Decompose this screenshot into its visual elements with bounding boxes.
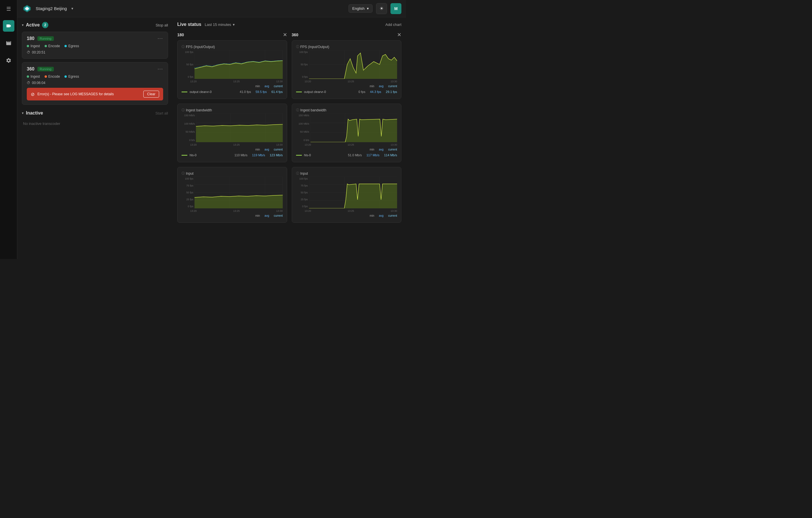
fps-x-1330-180: 13:30: [276, 80, 283, 83]
bw-y-150-360: 150 Mb/s: [296, 114, 309, 117]
fps-y-50-360: 50 fps: [296, 63, 308, 66]
input-chart-title-360: Input: [300, 172, 308, 176]
bw-avg-val-180: 119 Mb/s: [252, 153, 265, 157]
user-avatar[interactable]: M: [390, 3, 401, 14]
input-y-100-360: 100 fps: [296, 177, 308, 180]
right-panel: Live status Last 15 minutes ▾ Add chart …: [173, 17, 406, 259]
bw-min-label-180: min: [255, 148, 260, 151]
input-y-25-180: 25 fps: [181, 198, 193, 201]
bw-x-1330-180: 13:30: [276, 143, 283, 146]
fps-avg-val-360: 44.3 fps: [370, 90, 381, 93]
fps-min-val-360: 0 fps: [358, 90, 366, 93]
inactive-chevron-icon[interactable]: ▾: [22, 111, 24, 115]
indicators-360: Ingest Encode Egress: [27, 75, 163, 79]
encode-dot-360: [45, 76, 47, 78]
input-avg-label-360: avg: [379, 214, 383, 217]
error-text-360: Error(s) - Please see LOG MESSAGES for d…: [37, 92, 140, 96]
bw-x-1320-180: 13:20: [190, 143, 197, 146]
inactive-section-title: Inactive: [26, 111, 43, 116]
fps-y-100-360: 100 fps: [296, 51, 308, 54]
fps-chart-title-360: FPS (Input/Output): [300, 45, 329, 49]
bw-y-0-360: 0 b/s: [296, 139, 309, 142]
egress-dot-180: [64, 45, 67, 47]
bw-x-1330-360: 13:30: [390, 143, 397, 146]
main-area: Staging2 Beijing ▾ English ▾ ☀ M ▾ Activ…: [17, 0, 406, 259]
add-chart-button[interactable]: Add chart: [385, 23, 401, 27]
ingest-dot-180: [27, 45, 29, 47]
card-header-360: 360 Running ···: [27, 66, 163, 71]
fps-legend-360: output clearvr-0 0 fps 44.3 fps 29.1 fps: [296, 89, 397, 95]
fps-x-1320-180: 13:20: [190, 80, 197, 83]
bw-info-icon-180: ⓘ: [181, 108, 185, 112]
egress-indicator-180: Egress: [64, 44, 79, 48]
bw-y-100-180: 100 Mb/s: [181, 122, 195, 125]
sidebar-item-film[interactable]: [3, 37, 14, 49]
bw-legend-180: hls-0 110 Mb/s 119 Mb/s 123 Mb/s: [181, 152, 283, 158]
sidebar-item-video[interactable]: [3, 20, 14, 32]
chart-col-close-180[interactable]: ✕: [283, 32, 287, 38]
ingest-indicator-360: Ingest: [27, 75, 40, 79]
active-section-title: Active: [26, 23, 40, 28]
active-chevron-icon[interactable]: ▾: [22, 23, 24, 27]
bw-chart-title-360: Ingest bandwidth: [300, 108, 326, 112]
input-y-0-180: 0 fps: [181, 205, 193, 208]
chart-column-360: 360 ✕ ⓘ FPS (Input/Output) 100 fps 50 fp: [292, 32, 402, 223]
workspace-name: Staging2 Beijing: [36, 6, 67, 11]
input-y-75-180: 75 fps: [181, 184, 193, 187]
input-x-1320-180: 13:20: [190, 209, 197, 212]
fps-x-1325-360: 13:25: [348, 80, 354, 83]
theme-toggle-button[interactable]: ☀: [376, 3, 387, 14]
bw-legend-label-180: hls-0: [190, 153, 232, 157]
fps-current-val-180: 61.4 fps: [271, 90, 283, 93]
fps-legend-180: output clearvr-0 41.0 fps 59.5 fps 61.4 …: [181, 89, 283, 95]
fps-y-0-360: 0 fps: [296, 76, 308, 78]
timer-360: ⏱ 00:06:04: [27, 81, 163, 85]
fps-avg-label-180: avg: [264, 85, 269, 88]
chart-col-close-360[interactable]: ✕: [397, 32, 401, 38]
time-range-selector[interactable]: Last 15 minutes ▾: [205, 23, 235, 27]
fps-current-label-180: current: [273, 85, 283, 88]
clear-error-button-360[interactable]: Clear: [143, 91, 159, 97]
language-selector[interactable]: English ▾: [348, 4, 373, 13]
encode-indicator-360: Encode: [45, 75, 60, 79]
error-banner-360: ⊘ Error(s) - Please see LOG MESSAGES for…: [27, 88, 163, 100]
bw-x-1320-360: 13:20: [305, 143, 311, 146]
input-x-1320-360: 13:20: [305, 209, 311, 212]
fps-y-50-180: 50 fps: [181, 63, 193, 66]
live-status-header: Live status Last 15 minutes ▾ Add chart: [177, 22, 401, 27]
charts-grid: 180 ✕ ⓘ FPS (Input/Output) 100 fps 50 fp: [177, 32, 401, 223]
ingest-indicator-180: Ingest: [27, 44, 40, 48]
sidebar-item-settings[interactable]: [3, 55, 14, 66]
hamburger-icon[interactable]: ☰: [4, 3, 13, 15]
stop-all-button[interactable]: Stop all: [156, 23, 168, 27]
card-menu-360[interactable]: ···: [158, 66, 163, 71]
egress-indicator-360: Egress: [64, 75, 79, 79]
input-y-50-180: 50 fps: [181, 191, 193, 194]
ingest-dot-360: [27, 76, 29, 78]
bw-y-150-180: 150 Mb/s: [181, 114, 195, 117]
bw-legend-line-360: [296, 155, 302, 156]
fps-legend-label-180: output clearvr-0: [190, 90, 237, 93]
bw-y-50-180: 50 Mb/s: [181, 131, 195, 133]
fps-x-1325-180: 13:25: [233, 80, 240, 83]
indicators-180: Ingest Encode Egress: [27, 44, 163, 48]
fps-legend-label-360: output clearvr-0: [304, 90, 356, 93]
live-status-title: Live status: [177, 22, 201, 27]
bw-info-icon-360: ⓘ: [296, 108, 299, 112]
fps-avg-label-360: avg: [379, 85, 383, 88]
bw-y-0-180: 0 b/s: [181, 139, 195, 142]
input-x-1325-360: 13:25: [348, 209, 354, 212]
input-chart-180: ⓘ Input 100 fps 75 fps 50 fps 25 fps 0 f…: [177, 167, 287, 223]
fps-legend-line-180: [181, 91, 187, 92]
fps-min-label-360: min: [370, 85, 374, 88]
chart-col-id-180: 180: [177, 32, 184, 37]
card-menu-180[interactable]: ···: [158, 36, 163, 41]
input-min-label-360: min: [370, 214, 374, 217]
input-y-25-360: 25 fps: [296, 198, 308, 201]
transcoder-id-180: 180: [27, 36, 34, 41]
workspace-dropdown-icon[interactable]: ▾: [71, 6, 74, 11]
content-area: ▾ Active 2 Stop all 180 Running ··· Inge…: [17, 17, 406, 259]
start-all-button[interactable]: Start all: [155, 111, 168, 115]
input-chart-title-180: Input: [186, 172, 194, 176]
bw-current-val-360: 114 Mb/s: [384, 153, 397, 157]
